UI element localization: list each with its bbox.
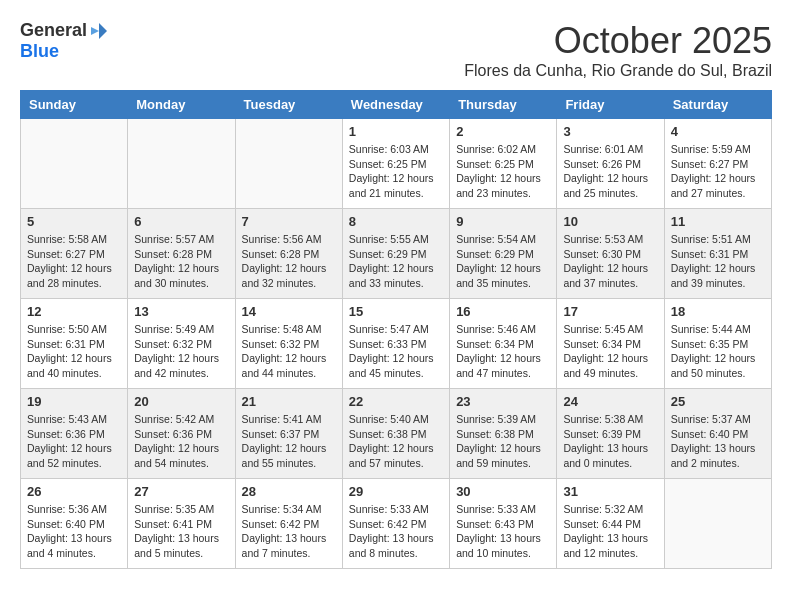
day-number: 1 [349,124,443,139]
calendar-week-row: 26Sunrise: 5:36 AM Sunset: 6:40 PM Dayli… [21,479,772,569]
weekday-header-monday: Monday [128,91,235,119]
calendar-day-cell: 6Sunrise: 5:57 AM Sunset: 6:28 PM Daylig… [128,209,235,299]
calendar-week-row: 19Sunrise: 5:43 AM Sunset: 6:36 PM Dayli… [21,389,772,479]
calendar-day-cell: 9Sunrise: 5:54 AM Sunset: 6:29 PM Daylig… [450,209,557,299]
calendar-day-cell: 8Sunrise: 5:55 AM Sunset: 6:29 PM Daylig… [342,209,449,299]
day-number: 28 [242,484,336,499]
calendar-day-cell: 5Sunrise: 5:58 AM Sunset: 6:27 PM Daylig… [21,209,128,299]
calendar-day-cell: 18Sunrise: 5:44 AM Sunset: 6:35 PM Dayli… [664,299,771,389]
day-info: Sunrise: 5:48 AM Sunset: 6:32 PM Dayligh… [242,322,336,381]
day-number: 8 [349,214,443,229]
day-number: 11 [671,214,765,229]
calendar-day-cell [21,119,128,209]
weekday-header-wednesday: Wednesday [342,91,449,119]
calendar-day-cell [664,479,771,569]
day-info: Sunrise: 5:34 AM Sunset: 6:42 PM Dayligh… [242,502,336,561]
day-number: 10 [563,214,657,229]
calendar-day-cell: 25Sunrise: 5:37 AM Sunset: 6:40 PM Dayli… [664,389,771,479]
calendar-day-cell: 17Sunrise: 5:45 AM Sunset: 6:34 PM Dayli… [557,299,664,389]
calendar-day-cell: 31Sunrise: 5:32 AM Sunset: 6:44 PM Dayli… [557,479,664,569]
logo-icon [89,21,109,41]
calendar-day-cell: 19Sunrise: 5:43 AM Sunset: 6:36 PM Dayli… [21,389,128,479]
calendar-day-cell: 21Sunrise: 5:41 AM Sunset: 6:37 PM Dayli… [235,389,342,479]
month-title: October 2025 [464,20,772,62]
day-number: 12 [27,304,121,319]
day-number: 30 [456,484,550,499]
calendar-day-cell [235,119,342,209]
logo: General Blue [20,20,109,62]
day-number: 22 [349,394,443,409]
day-number: 31 [563,484,657,499]
day-info: Sunrise: 5:47 AM Sunset: 6:33 PM Dayligh… [349,322,443,381]
day-info: Sunrise: 5:50 AM Sunset: 6:31 PM Dayligh… [27,322,121,381]
day-info: Sunrise: 5:49 AM Sunset: 6:32 PM Dayligh… [134,322,228,381]
calendar-day-cell [128,119,235,209]
day-number: 2 [456,124,550,139]
weekday-header-sunday: Sunday [21,91,128,119]
calendar-day-cell: 10Sunrise: 5:53 AM Sunset: 6:30 PM Dayli… [557,209,664,299]
weekday-header-row: SundayMondayTuesdayWednesdayThursdayFrid… [21,91,772,119]
day-number: 21 [242,394,336,409]
logo-general-text: General [20,20,87,41]
svg-marker-1 [91,27,99,35]
day-info: Sunrise: 6:03 AM Sunset: 6:25 PM Dayligh… [349,142,443,201]
calendar-day-cell: 11Sunrise: 5:51 AM Sunset: 6:31 PM Dayli… [664,209,771,299]
day-info: Sunrise: 5:33 AM Sunset: 6:43 PM Dayligh… [456,502,550,561]
calendar-day-cell: 1Sunrise: 6:03 AM Sunset: 6:25 PM Daylig… [342,119,449,209]
day-info: Sunrise: 5:44 AM Sunset: 6:35 PM Dayligh… [671,322,765,381]
day-info: Sunrise: 6:02 AM Sunset: 6:25 PM Dayligh… [456,142,550,201]
day-number: 24 [563,394,657,409]
calendar-day-cell: 28Sunrise: 5:34 AM Sunset: 6:42 PM Dayli… [235,479,342,569]
day-number: 13 [134,304,228,319]
day-info: Sunrise: 5:39 AM Sunset: 6:38 PM Dayligh… [456,412,550,471]
calendar-day-cell: 26Sunrise: 5:36 AM Sunset: 6:40 PM Dayli… [21,479,128,569]
day-number: 29 [349,484,443,499]
day-number: 9 [456,214,550,229]
calendar-day-cell: 4Sunrise: 5:59 AM Sunset: 6:27 PM Daylig… [664,119,771,209]
day-info: Sunrise: 5:37 AM Sunset: 6:40 PM Dayligh… [671,412,765,471]
logo-blue-text: Blue [20,41,59,62]
calendar-day-cell: 2Sunrise: 6:02 AM Sunset: 6:25 PM Daylig… [450,119,557,209]
calendar-week-row: 12Sunrise: 5:50 AM Sunset: 6:31 PM Dayli… [21,299,772,389]
day-number: 3 [563,124,657,139]
calendar-day-cell: 14Sunrise: 5:48 AM Sunset: 6:32 PM Dayli… [235,299,342,389]
day-info: Sunrise: 5:38 AM Sunset: 6:39 PM Dayligh… [563,412,657,471]
day-info: Sunrise: 5:33 AM Sunset: 6:42 PM Dayligh… [349,502,443,561]
calendar-day-cell: 16Sunrise: 5:46 AM Sunset: 6:34 PM Dayli… [450,299,557,389]
calendar-week-row: 1Sunrise: 6:03 AM Sunset: 6:25 PM Daylig… [21,119,772,209]
day-number: 27 [134,484,228,499]
weekday-header-friday: Friday [557,91,664,119]
day-info: Sunrise: 6:01 AM Sunset: 6:26 PM Dayligh… [563,142,657,201]
day-info: Sunrise: 5:46 AM Sunset: 6:34 PM Dayligh… [456,322,550,381]
calendar-day-cell: 29Sunrise: 5:33 AM Sunset: 6:42 PM Dayli… [342,479,449,569]
day-number: 23 [456,394,550,409]
title-section: October 2025 Flores da Cunha, Rio Grande… [464,20,772,80]
day-info: Sunrise: 5:41 AM Sunset: 6:37 PM Dayligh… [242,412,336,471]
calendar-day-cell: 7Sunrise: 5:56 AM Sunset: 6:28 PM Daylig… [235,209,342,299]
calendar-day-cell: 15Sunrise: 5:47 AM Sunset: 6:33 PM Dayli… [342,299,449,389]
location-text: Flores da Cunha, Rio Grande do Sul, Braz… [464,62,772,80]
day-number: 18 [671,304,765,319]
day-number: 15 [349,304,443,319]
day-info: Sunrise: 5:42 AM Sunset: 6:36 PM Dayligh… [134,412,228,471]
calendar-day-cell: 27Sunrise: 5:35 AM Sunset: 6:41 PM Dayli… [128,479,235,569]
calendar-week-row: 5Sunrise: 5:58 AM Sunset: 6:27 PM Daylig… [21,209,772,299]
weekday-header-tuesday: Tuesday [235,91,342,119]
day-number: 6 [134,214,228,229]
calendar-day-cell: 24Sunrise: 5:38 AM Sunset: 6:39 PM Dayli… [557,389,664,479]
day-number: 7 [242,214,336,229]
day-info: Sunrise: 5:54 AM Sunset: 6:29 PM Dayligh… [456,232,550,291]
day-info: Sunrise: 5:35 AM Sunset: 6:41 PM Dayligh… [134,502,228,561]
day-info: Sunrise: 5:51 AM Sunset: 6:31 PM Dayligh… [671,232,765,291]
day-info: Sunrise: 5:43 AM Sunset: 6:36 PM Dayligh… [27,412,121,471]
day-info: Sunrise: 5:36 AM Sunset: 6:40 PM Dayligh… [27,502,121,561]
day-info: Sunrise: 5:55 AM Sunset: 6:29 PM Dayligh… [349,232,443,291]
day-info: Sunrise: 5:57 AM Sunset: 6:28 PM Dayligh… [134,232,228,291]
calendar-table: SundayMondayTuesdayWednesdayThursdayFrid… [20,90,772,569]
calendar-day-cell: 13Sunrise: 5:49 AM Sunset: 6:32 PM Dayli… [128,299,235,389]
day-info: Sunrise: 5:32 AM Sunset: 6:44 PM Dayligh… [563,502,657,561]
day-info: Sunrise: 5:59 AM Sunset: 6:27 PM Dayligh… [671,142,765,201]
day-number: 25 [671,394,765,409]
day-info: Sunrise: 5:58 AM Sunset: 6:27 PM Dayligh… [27,232,121,291]
day-number: 20 [134,394,228,409]
